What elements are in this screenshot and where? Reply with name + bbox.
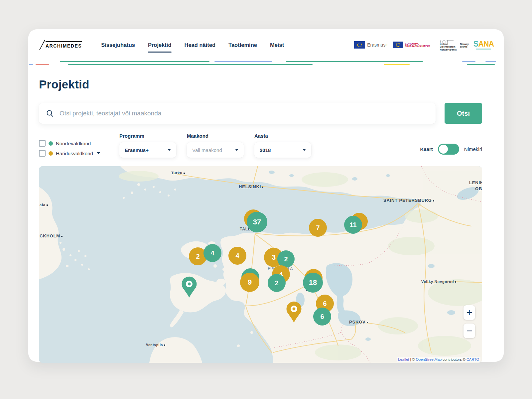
map-cluster-9-yellow[interactable]: 9 bbox=[240, 273, 259, 292]
archimedes-logo[interactable]: ARCHIMEDES bbox=[38, 39, 82, 51]
map-cluster-7-yellow[interactable]: 7 bbox=[309, 219, 327, 237]
dropdown-group-aasta: Aasta2018 bbox=[254, 133, 311, 158]
nav-item-meist[interactable]: Meist bbox=[270, 42, 284, 48]
label-dot bbox=[61, 236, 63, 237]
attribution-link-carto[interactable]: CARTO bbox=[466, 357, 479, 361]
map-attribution: Leaflet | © OpenStreetMap contributors ©… bbox=[397, 357, 480, 362]
legend-label-haridusvaldkond: Haridusvaldkond bbox=[56, 151, 93, 156]
kaart-label: Kaart bbox=[420, 146, 433, 152]
map-cluster-2-green[interactable]: 2 bbox=[268, 274, 286, 292]
logo-divider bbox=[435, 40, 435, 50]
grants-left-text: IcelandLiechtensteinNorway grants bbox=[440, 43, 457, 52]
search-button[interactable]: Otsi bbox=[445, 103, 482, 124]
label-dot bbox=[367, 322, 368, 323]
view-toggle-switch[interactable] bbox=[438, 144, 459, 155]
map-label-ventspils: Ventspils bbox=[146, 343, 165, 347]
zoom-in-button[interactable]: + bbox=[464, 305, 475, 320]
map-label-turku: Turku bbox=[171, 171, 185, 175]
page-title: Projektid bbox=[39, 78, 482, 91]
map-cluster-18-green[interactable]: 18 bbox=[303, 273, 323, 293]
chevron-down-icon bbox=[235, 149, 238, 151]
solidarity-line2: SOLIDAARSUSKORPUS bbox=[405, 45, 430, 47]
search-input[interactable] bbox=[59, 109, 428, 117]
dropdown-group-programm: ProgrammErasmus+ bbox=[119, 133, 176, 158]
map-cluster-4-yellow[interactable]: 4 bbox=[228, 247, 246, 265]
label-dot bbox=[455, 281, 456, 283]
sana-logo: SANA bbox=[473, 40, 494, 50]
legend-dot-noortevaldkond bbox=[49, 141, 53, 146]
app-header: ARCHIMEDES SissejuhatusProjektidHead näi… bbox=[28, 29, 504, 57]
select-aasta[interactable]: 2018 bbox=[254, 142, 311, 158]
nav-item-projektid[interactable]: Projektid bbox=[148, 42, 172, 48]
attribution-link-leaflet[interactable]: Leaflet bbox=[398, 357, 409, 361]
map-cluster-4-green[interactable]: 4 bbox=[203, 244, 221, 262]
sana-s: S bbox=[473, 40, 478, 48]
nav-item-head-n-ited[interactable]: Head näited bbox=[185, 42, 216, 48]
map-cluster-6-green[interactable]: 6 bbox=[313, 308, 331, 326]
select-maakond[interactable]: Vali maakond bbox=[187, 142, 244, 158]
select-value-programm: Erasmus+ bbox=[125, 147, 149, 153]
map-label-ala: ala bbox=[40, 203, 48, 207]
attribution-link-openstreetmap[interactable]: OpenStreetMap bbox=[416, 357, 442, 361]
view-toggle: Kaart Nimekiri bbox=[420, 144, 482, 158]
map-label-obl: OBL bbox=[475, 186, 482, 191]
label-dot bbox=[164, 344, 165, 346]
main-content: Projektid Otsi NoortevaldkondHaridusvald… bbox=[28, 78, 504, 363]
map-cluster-11-green[interactable]: 11 bbox=[344, 216, 362, 234]
dropdown-group-maakond: MaakondVali maakond bbox=[187, 133, 244, 158]
legend-label-noortevaldkond: Noortevaldkond bbox=[56, 141, 91, 146]
archimedes-logo-slash-icon bbox=[38, 39, 46, 51]
chevron-down-icon[interactable] bbox=[97, 152, 100, 154]
grants-logo: IcelandLiechtensteinNorway grants Norway… bbox=[440, 39, 469, 52]
zoom-out-button[interactable]: − bbox=[464, 324, 475, 338]
map-label-lenin: LENIN bbox=[469, 180, 482, 185]
map-pin-green[interactable] bbox=[180, 276, 198, 301]
logo-text: ARCHIMEDES bbox=[46, 43, 82, 49]
eu-flag-icon bbox=[393, 42, 403, 48]
decorative-divider bbox=[28, 61, 504, 69]
label-dot bbox=[184, 173, 185, 174]
map-cluster-37-green[interactable]: 37 bbox=[247, 212, 267, 232]
nav-item-taotlemine[interactable]: Taotlemine bbox=[228, 42, 257, 48]
map-pin-yellow[interactable] bbox=[285, 301, 303, 326]
dropdown-label-maakond: Maakond bbox=[187, 133, 244, 139]
grants-glyph-icon bbox=[440, 39, 455, 43]
label-dot bbox=[47, 204, 48, 206]
chevron-down-icon bbox=[168, 149, 171, 151]
checkbox-haridusvaldkond[interactable] bbox=[39, 150, 46, 157]
select-value-maakond: Vali maakond bbox=[192, 147, 222, 153]
attribution-text: | © bbox=[409, 357, 416, 361]
label-dot bbox=[433, 200, 434, 201]
grants-right-text: Norwaygrants bbox=[460, 43, 468, 52]
sana-caption-bar bbox=[476, 49, 491, 50]
search-icon bbox=[46, 110, 54, 117]
map-tiles bbox=[39, 166, 482, 363]
legend-dot-haridusvaldkond bbox=[49, 151, 53, 156]
map-label-pskov: PSKOV bbox=[349, 320, 368, 325]
select-programm[interactable]: Erasmus+ bbox=[119, 142, 176, 158]
nimekiri-label: Nimekiri bbox=[464, 146, 482, 152]
attribution-text: contributors © bbox=[442, 357, 466, 361]
solidarity-logo: EUROOPA SOLIDAARSUSKORPUS bbox=[393, 42, 430, 48]
map-label-saint-petersburg: SAINT PETERSBURG bbox=[383, 198, 434, 203]
legend-row-haridusvaldkond: Haridusvaldkond bbox=[39, 150, 119, 157]
chevron-down-icon bbox=[303, 149, 306, 151]
erasmus-logo: Erasmus+ bbox=[354, 41, 388, 49]
checkbox-noortevaldkond[interactable] bbox=[39, 140, 46, 147]
app-card: ARCHIMEDES SissejuhatusProjektidHead näi… bbox=[28, 29, 504, 362]
search-box bbox=[39, 103, 436, 124]
map[interactable]: TurkuHELSINKISAINT PETERSBURGLENINOBLala… bbox=[39, 166, 482, 363]
partner-logos: Erasmus+ EUROOPA SOLIDAARSUSKORPUS bbox=[354, 39, 494, 52]
dropdown-label-programm: Programm bbox=[119, 133, 176, 139]
map-label-helsinki: HELSINKI bbox=[239, 184, 263, 189]
label-dot bbox=[262, 187, 263, 188]
nav-item-sissejuhatus[interactable]: Sissejuhatus bbox=[101, 42, 135, 48]
toggle-knob bbox=[439, 145, 448, 154]
eu-flag-icon bbox=[354, 41, 365, 49]
legend-row-noortevaldkond: Noortevaldkond bbox=[39, 140, 119, 147]
dropdown-label-aasta: Aasta bbox=[254, 133, 311, 139]
legend: NoortevaldkondHaridusvaldkond bbox=[39, 140, 119, 158]
main-nav: SissejuhatusProjektidHead näitedTaotlemi… bbox=[101, 42, 284, 48]
map-label-veliky-novgorod: Veliky Novgorod bbox=[421, 280, 456, 284]
search-row: Otsi bbox=[39, 103, 482, 124]
